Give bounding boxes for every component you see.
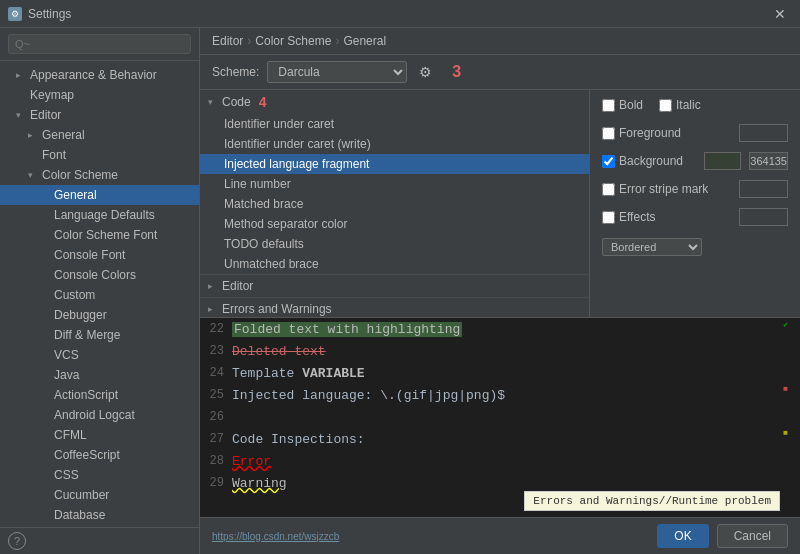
sidebar: ▸Appearance & BehaviorKeymap▾Editor▸Gene… — [0, 28, 200, 554]
sidebar-label-java: Java — [54, 368, 79, 382]
background-swatch[interactable] — [704, 152, 741, 170]
tree-arrow-general: ▸ — [28, 130, 38, 140]
foreground-checkbox[interactable] — [602, 127, 615, 140]
foreground-label[interactable]: Foreground — [602, 126, 731, 140]
section-label-code: Code — [222, 95, 251, 109]
sidebar-item-coffeescript[interactable]: CoffeeScript — [0, 445, 199, 465]
scheme-label: Scheme: — [212, 65, 259, 79]
close-button[interactable]: ✕ — [768, 4, 792, 24]
effects-swatch[interactable] — [739, 208, 788, 226]
search-input[interactable] — [8, 34, 191, 54]
options-top-row: Bold Italic — [602, 98, 788, 112]
help-button[interactable]: ? — [8, 532, 26, 550]
template-var: VARIABLE — [302, 366, 364, 381]
bold-label: Bold — [619, 98, 643, 112]
effects-select[interactable]: Bordered Underscored Bold Underscored Un… — [602, 238, 702, 256]
sidebar-item-cucumber[interactable]: Cucumber — [0, 485, 199, 505]
sidebar-item-diff-merge[interactable]: Diff & Merge — [0, 325, 199, 345]
foreground-row: Foreground — [602, 122, 788, 144]
sidebar-item-editor[interactable]: ▾Editor — [0, 105, 199, 125]
annotation-4: 4 — [259, 94, 267, 110]
window-title: Settings — [28, 7, 71, 21]
line-content-25: Injected language: \.(gif|jpg|png)$ — [232, 388, 796, 403]
code-tree-header-editor[interactable]: ▸Editor — [200, 275, 589, 297]
code-item-todo-defaults[interactable]: TODO defaults — [200, 234, 589, 254]
sidebar-item-custom[interactable]: Custom — [0, 285, 199, 305]
bold-checkbox-label[interactable]: Bold — [602, 98, 643, 112]
ok-button[interactable]: OK — [657, 524, 708, 548]
effects-label[interactable]: Effects — [602, 210, 731, 224]
sidebar-item-vcs[interactable]: VCS — [0, 345, 199, 365]
sidebar-bottom: ? — [0, 527, 199, 554]
line-num-23: 23 — [204, 344, 232, 358]
sidebar-item-appearance[interactable]: ▸Appearance & Behavior — [0, 65, 199, 85]
error-stripe-label[interactable]: Error stripe mark — [602, 182, 731, 196]
sidebar-label-css: CSS — [54, 468, 79, 482]
sidebar-item-actionscript[interactable]: ActionScript — [0, 385, 199, 405]
right-panel: Editor › Color Scheme › General Scheme: … — [200, 28, 800, 554]
code-item-line-number[interactable]: Line number — [200, 174, 589, 194]
sidebar-item-debugger[interactable]: Debugger — [0, 305, 199, 325]
sidebar-item-general[interactable]: ▸General — [0, 125, 199, 145]
scheme-gear-button[interactable]: ⚙ — [415, 62, 436, 82]
deleted-text: Deleted text — [232, 344, 326, 359]
italic-checkbox[interactable] — [659, 99, 672, 112]
background-label[interactable]: Background — [602, 154, 696, 168]
tree-arrow-appearance: ▸ — [16, 70, 26, 80]
section-arrow-editor: ▸ — [208, 281, 218, 291]
sidebar-label-vcs: VCS — [54, 348, 79, 362]
background-value[interactable]: 364135 — [749, 152, 788, 170]
error-stripe-swatch[interactable] — [739, 180, 788, 198]
sidebar-item-font[interactable]: Font — [0, 145, 199, 165]
sidebar-label-language-defaults: Language Defaults — [54, 208, 155, 222]
annotation-3: 3 — [452, 63, 461, 81]
sidebar-item-general-sub[interactable]: General — [0, 185, 199, 205]
warning-text: Warning — [232, 476, 287, 491]
code-item-injected-language[interactable]: Injected language fragment — [200, 154, 589, 174]
section-label-editor: Editor — [222, 279, 253, 293]
sidebar-item-cfml[interactable]: CFML — [0, 425, 199, 445]
preview-line-25: 25 Injected language: \.(gif|jpg|png)$ ■ — [200, 384, 800, 406]
code-tree-header-errors-warnings[interactable]: ▸Errors and Warnings — [200, 298, 589, 317]
preview-area: 22 Folded text with highlighting ✔ 23 De… — [200, 317, 800, 517]
scheme-row: Scheme: Darcula Default High Contrast ⚙ … — [200, 55, 800, 90]
sidebar-label-debugger: Debugger — [54, 308, 107, 322]
code-item-matched-brace[interactable]: Matched brace — [200, 194, 589, 214]
error-stripe-checkbox[interactable] — [602, 183, 615, 196]
effects-checkbox[interactable] — [602, 211, 615, 224]
sidebar-item-java[interactable]: Java — [0, 365, 199, 385]
sidebar-item-language-defaults[interactable]: Language Defaults — [0, 205, 199, 225]
breadcrumb-color-scheme: Color Scheme — [255, 34, 331, 48]
sidebar-item-android-logcat[interactable]: Android Logcat — [0, 405, 199, 425]
sidebar-item-keymap[interactable]: Keymap — [0, 85, 199, 105]
line-content-22: Folded text with highlighting — [232, 322, 796, 337]
italic-label: Italic — [676, 98, 701, 112]
effects-select-row: Bordered Underscored Bold Underscored Un… — [602, 238, 788, 256]
sidebar-item-css[interactable]: CSS — [0, 465, 199, 485]
code-item-unmatched-brace[interactable]: Unmatched brace — [200, 254, 589, 274]
bold-checkbox[interactable] — [602, 99, 615, 112]
indicator-yellow: ■ — [783, 428, 788, 437]
section-label-errors-warnings: Errors and Warnings — [222, 302, 332, 316]
foreground-swatch[interactable] — [739, 124, 788, 142]
background-checkbox[interactable] — [602, 155, 615, 168]
breadcrumb-general: General — [343, 34, 386, 48]
scheme-select[interactable]: Darcula Default High Contrast — [267, 61, 407, 83]
sidebar-item-color-scheme[interactable]: ▾Color Scheme — [0, 165, 199, 185]
italic-checkbox-label[interactable]: Italic — [659, 98, 701, 112]
sidebar-item-console-font[interactable]: Console Font — [0, 245, 199, 265]
preview-line-26: 26 — [200, 406, 800, 428]
code-item-identifier-caret-write[interactable]: Identifier under caret (write) — [200, 134, 589, 154]
sidebar-label-cfml: CFML — [54, 428, 87, 442]
code-tree-header-code[interactable]: ▾Code4 — [200, 90, 589, 114]
code-item-method-separator[interactable]: Method separator color — [200, 214, 589, 234]
sidebar-item-database[interactable]: Database — [0, 505, 199, 525]
sidebar-item-console-colors[interactable]: Console Colors — [0, 265, 199, 285]
cancel-button[interactable]: Cancel — [717, 524, 788, 548]
sidebar-item-color-scheme-font[interactable]: Color Scheme Font — [0, 225, 199, 245]
line-num-28: 28 — [204, 454, 232, 468]
code-item-identifier-caret[interactable]: Identifier under caret — [200, 114, 589, 134]
error-text: Error — [232, 454, 271, 469]
line-num-22: 22 — [204, 322, 232, 336]
line-content-28: Error — [232, 454, 796, 469]
